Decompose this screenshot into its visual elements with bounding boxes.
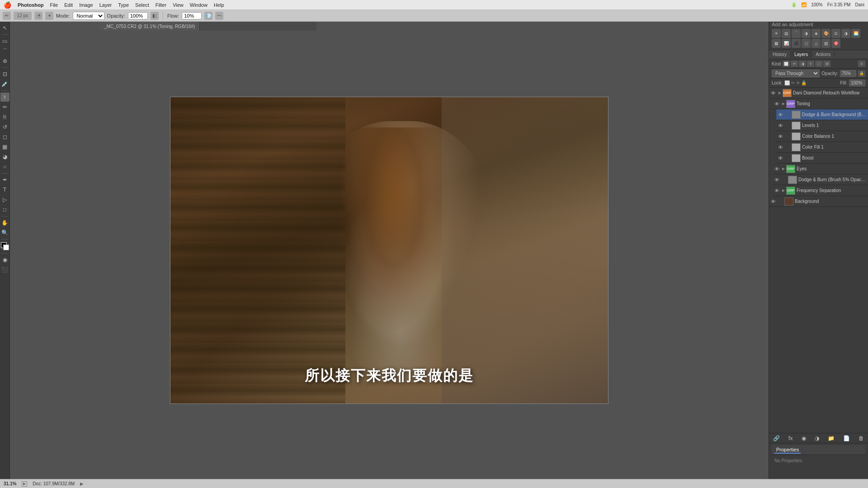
tab-layers[interactable]: Layers: [791, 51, 812, 58]
clone-stamp-tool[interactable]: ⎘: [0, 113, 9, 122]
color-swatches[interactable]: [1, 242, 9, 250]
kind-shape-btn[interactable]: □: [815, 61, 822, 67]
fill-value-input[interactable]: [849, 80, 865, 86]
layer-visibility-toggle[interactable]: 👁: [778, 155, 784, 161]
eraser-tool[interactable]: ◻: [0, 132, 9, 141]
adj-brightness[interactable]: ☀: [772, 29, 781, 38]
status-arrow[interactable]: ▶: [80, 481, 84, 486]
layer-visibility-toggle[interactable]: 👁: [774, 166, 781, 172]
adj-gradient[interactable]: ▨: [821, 39, 830, 48]
kind-type-btn[interactable]: T: [807, 61, 814, 67]
brush-tool[interactable]: ✏: [0, 103, 9, 112]
flow-input[interactable]: [182, 12, 202, 19]
layer-row[interactable]: 👁 ▶ GRP Eyes: [773, 164, 868, 174]
kind-adjustment-btn[interactable]: ◑: [799, 61, 806, 67]
adj-curves[interactable]: ⌒: [792, 29, 801, 38]
kind-pixel-btn[interactable]: ✏: [791, 61, 798, 67]
menu-photoshop[interactable]: Photoshop: [18, 2, 43, 8]
marquee-tool[interactable]: ▭: [0, 37, 9, 46]
opacity-value-input[interactable]: [840, 70, 856, 77]
mode-select[interactable]: Normal: [73, 12, 104, 20]
screen-mode-btn[interactable]: ⬛: [0, 265, 9, 274]
menu-file[interactable]: File: [50, 2, 58, 8]
layer-row[interactable]: 👁 ▶ GRP Toning: [773, 99, 868, 109]
kind-smart-btn[interactable]: ⚙: [823, 61, 830, 67]
filter-icon[interactable]: ≡: [858, 61, 865, 67]
eyedropper-tool[interactable]: 💉: [0, 80, 9, 89]
lasso-tool[interactable]: ⌒: [0, 47, 9, 56]
active-tab[interactable]: _MC_0753.CR2 @ 31.1% (Toning, RGB/16#): [99, 22, 200, 31]
layer-visibility-toggle[interactable]: 👁: [771, 199, 777, 204]
layer-visibility-toggle[interactable]: 👁: [778, 112, 784, 117]
quick-select-tool[interactable]: ⊛: [0, 56, 9, 66]
tab-actions[interactable]: Actions: [812, 51, 835, 58]
adj-colorbalance[interactable]: ⚖: [831, 29, 840, 38]
opacity-lock-icon[interactable]: 🔒: [858, 70, 865, 77]
lock-position-icon[interactable]: ✛: [796, 80, 800, 85]
menu-select[interactable]: Select: [135, 2, 149, 8]
layer-row[interactable]: 👁 Dodge & Burn (Brush 5% Opacity): [773, 174, 868, 185]
pen-tool[interactable]: ✒: [0, 175, 9, 184]
dodge-tool[interactable]: ○: [0, 162, 9, 171]
new-group-btn[interactable]: 📁: [826, 435, 836, 441]
add-style-btn[interactable]: fx: [787, 435, 794, 441]
link-layers-btn[interactable]: 🔗: [772, 435, 781, 441]
blur-tool[interactable]: ◕: [0, 152, 9, 161]
group-expand-arrow[interactable]: ▶: [782, 188, 785, 192]
apple-menu[interactable]: 🍎: [4, 1, 11, 9]
adj-levels[interactable]: ▤: [782, 29, 791, 38]
history-brush-tool[interactable]: ↺: [0, 122, 9, 131]
adj-vibrance[interactable]: ◈: [811, 29, 821, 38]
menu-type[interactable]: Type: [118, 2, 129, 8]
layer-visibility-toggle[interactable]: 👁: [771, 90, 777, 96]
type-tool[interactable]: T: [0, 185, 9, 194]
adj-colorlookup[interactable]: 📊: [782, 39, 791, 48]
quick-mask-btn[interactable]: ◉: [0, 255, 9, 264]
brush-size-input[interactable]: 12 px: [14, 12, 32, 20]
layer-row[interactable]: 👁 ▶ GRP Dani Diamond Retouch Workflow: [769, 88, 868, 99]
menu-view[interactable]: View: [173, 2, 184, 8]
adj-photofilter[interactable]: 🌅: [851, 29, 860, 38]
path-selection-tool[interactable]: ▷: [0, 195, 9, 204]
menu-image[interactable]: Image: [79, 2, 93, 8]
menu-filter[interactable]: Filter: [156, 2, 166, 8]
menu-edit[interactable]: Edit: [64, 2, 73, 8]
adj-selectivecolor[interactable]: 🎯: [831, 39, 840, 48]
adj-hsl[interactable]: 🎨: [821, 29, 830, 38]
adj-threshold[interactable]: △: [811, 39, 821, 48]
zoom-tool[interactable]: 🔍: [0, 228, 9, 237]
brush-tool-icon[interactable]: ✏: [3, 12, 11, 20]
brush-hardness-btn[interactable]: ◔: [34, 12, 42, 20]
hand-tool[interactable]: ✋: [0, 218, 9, 227]
adj-posterize[interactable]: ◻: [802, 39, 811, 48]
layer-row[interactable]: 👁 Color Balance 1: [776, 131, 868, 142]
adj-invert[interactable]: ⬛: [792, 39, 801, 48]
delete-layer-btn[interactable]: 🗑: [857, 435, 865, 441]
add-adjustment-btn[interactable]: ◑: [813, 435, 821, 441]
shape-tool[interactable]: □: [0, 205, 9, 214]
brush-picker-btn[interactable]: ▾: [45, 12, 53, 20]
layer-visibility-toggle[interactable]: 👁: [774, 177, 781, 183]
layer-visibility-toggle[interactable]: 👁: [774, 188, 781, 193]
smooth-icon[interactable]: 〜: [215, 12, 223, 20]
menu-window[interactable]: Window: [190, 2, 208, 8]
group-expand-arrow[interactable]: ▶: [782, 102, 785, 106]
layer-row[interactable]: 👁 Levels 1: [776, 120, 868, 131]
group-expand-arrow[interactable]: ▶: [778, 91, 781, 95]
kind-all-btn[interactable]: ⬜: [783, 61, 790, 67]
lock-transparent-icon[interactable]: ⬜: [784, 80, 790, 85]
layer-row[interactable]: 👁 Background: [769, 196, 868, 207]
blend-mode-select[interactable]: Pass Through Normal Multiply Screen Over…: [772, 70, 820, 77]
layer-row[interactable]: 👁 Color Fill 1: [776, 142, 868, 153]
adj-bw[interactable]: ◑: [841, 29, 850, 38]
layer-visibility-toggle[interactable]: 👁: [778, 123, 784, 128]
adj-channelmixer[interactable]: ▦: [772, 39, 781, 48]
group-expand-arrow[interactable]: ▶: [782, 167, 785, 171]
layer-row[interactable]: 👁 Boost: [776, 153, 868, 164]
opacity-toggle-icon[interactable]: ◧: [151, 12, 159, 20]
menu-help[interactable]: Help: [214, 2, 224, 8]
layer-visibility-toggle[interactable]: 👁: [778, 134, 784, 139]
canvas-image[interactable]: [170, 97, 609, 404]
crop-tool[interactable]: ⊡: [0, 70, 9, 79]
airbrush-icon[interactable]: 💨: [204, 12, 212, 20]
